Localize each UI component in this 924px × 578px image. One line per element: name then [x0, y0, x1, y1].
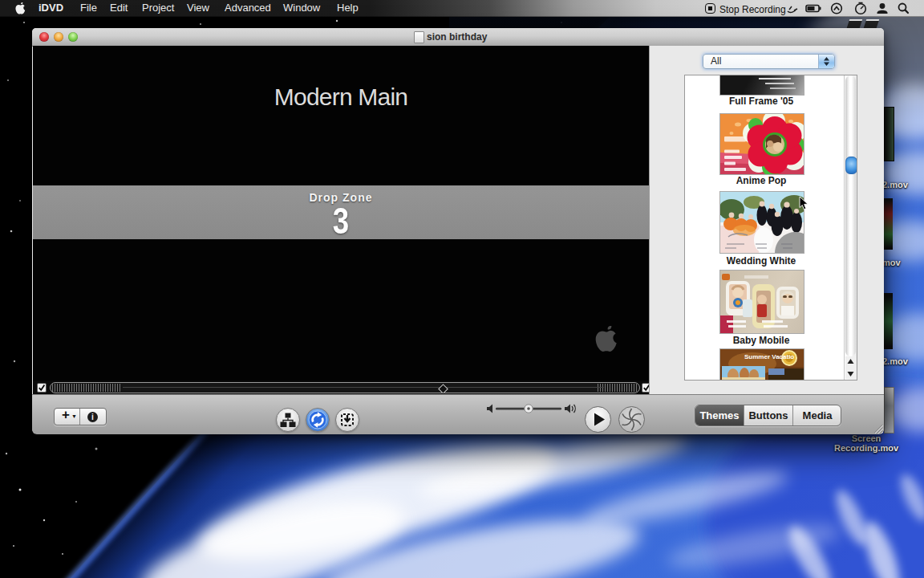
svg-text:Summer Vacatio: Summer Vacatio [744, 353, 794, 360]
